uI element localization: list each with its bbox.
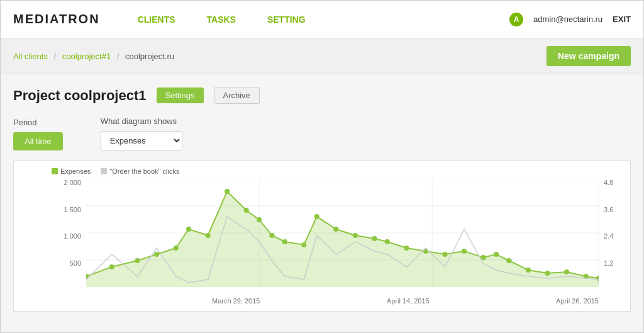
- breadcrumb-bar: All clients / coolproject#1 / coolprojec…: [1, 38, 643, 74]
- svg-point-11: [135, 258, 140, 263]
- svg-point-33: [506, 258, 511, 263]
- user-email: admin@nectarin.ru: [533, 14, 602, 24]
- header-right: A admin@nectarin.ru EXIT: [509, 13, 631, 26]
- svg-point-31: [481, 255, 486, 260]
- svg-point-17: [244, 208, 249, 213]
- nav-tasks[interactable]: TASKS: [207, 11, 236, 28]
- svg-point-24: [353, 233, 358, 238]
- legend-green: Expenses: [52, 167, 91, 175]
- svg-point-16: [225, 189, 230, 194]
- legend-green-dot: [52, 168, 58, 174]
- svg-point-32: [494, 252, 499, 257]
- svg-point-10: [109, 264, 114, 269]
- y-left-2000: 2 000: [64, 179, 81, 186]
- svg-point-27: [404, 246, 409, 251]
- svg-point-36: [564, 269, 569, 274]
- user-avatar: A: [509, 13, 523, 26]
- y-left-1500: 1 500: [64, 206, 81, 213]
- svg-point-34: [526, 268, 531, 273]
- svg-point-20: [282, 239, 287, 244]
- legend-green-label: Expenses: [60, 167, 91, 175]
- svg-point-26: [385, 239, 390, 244]
- svg-point-25: [372, 236, 377, 241]
- breadcrumb: All clients / coolproject#1 / coolprojec…: [13, 52, 174, 61]
- chart-area: 2 000 1 500 1 000 500 4.8 3.6 2.4 1.2: [52, 179, 624, 305]
- svg-point-18: [257, 217, 262, 222]
- all-time-button[interactable]: All time: [13, 132, 63, 150]
- main-nav: CLIENTS TASKS SETTING: [138, 11, 509, 28]
- breadcrumb-sep1: /: [54, 52, 57, 61]
- svg-point-35: [545, 271, 550, 276]
- x-axis: March 29, 2015 April 14, 2015 April 26, …: [86, 297, 599, 305]
- breadcrumb-project-link[interactable]: coolproject#1: [62, 52, 111, 61]
- legend-gray-label: "Order the book" clicks: [109, 167, 179, 175]
- chart-legend: Expenses "Order the book" clicks: [52, 167, 624, 175]
- y-left-1000: 1 000: [64, 232, 81, 240]
- svg-point-12: [154, 252, 159, 257]
- svg-point-13: [174, 246, 179, 251]
- y-axis-left: 2 000 1 500 1 000 500: [52, 179, 86, 286]
- svg-point-14: [186, 227, 191, 232]
- new-campaign-button[interactable]: New campaign: [547, 46, 631, 66]
- exit-link[interactable]: EXIT: [613, 14, 631, 24]
- diagram-group: What diagram shows Expenses Clicks Impre…: [101, 116, 182, 150]
- svg-point-23: [333, 227, 338, 232]
- period-label: Period: [13, 118, 63, 127]
- x-label-april14: April 14, 2015: [387, 297, 430, 305]
- settings-button[interactable]: Settings: [157, 87, 204, 103]
- y-left-500: 500: [70, 259, 81, 267]
- legend-gray: "Order the book" clicks: [101, 167, 179, 175]
- y-right-24: 2.4: [604, 232, 613, 240]
- breadcrumb-all-clients[interactable]: All clients: [13, 52, 48, 61]
- diagram-label: What diagram shows: [101, 116, 182, 126]
- x-label-april26: April 26, 2015: [556, 297, 599, 305]
- nav-clients[interactable]: CLIENTS: [138, 11, 175, 28]
- breadcrumb-sep2: /: [117, 52, 119, 61]
- breadcrumb-current: coolproject.ru: [125, 52, 174, 61]
- legend-gray-dot: [101, 168, 107, 174]
- y-right-36: 3.6: [604, 206, 613, 213]
- y-right-48: 4.8: [604, 179, 613, 186]
- nav-setting[interactable]: SETTING: [267, 11, 306, 28]
- y-axis-right: 4.8 3.6 2.4 1.2: [599, 179, 624, 286]
- y-right-12: 1.2: [604, 259, 613, 267]
- svg-point-19: [269, 233, 274, 238]
- svg-point-15: [205, 233, 210, 238]
- period-group: Period All time: [13, 118, 63, 150]
- x-label-march: March 29, 2015: [212, 297, 260, 305]
- chart-container: Expenses "Order the book" clicks 2 000 1…: [13, 161, 631, 312]
- svg-point-30: [462, 249, 467, 254]
- diagram-select[interactable]: Expenses Clicks Impressions: [101, 131, 182, 150]
- svg-point-29: [442, 252, 447, 257]
- project-title: Project coolproject1: [13, 87, 147, 104]
- chart-svg: [86, 179, 599, 287]
- svg-point-21: [301, 242, 306, 247]
- svg-point-22: [314, 214, 319, 219]
- archive-button[interactable]: Archive: [214, 87, 260, 104]
- project-header: Project coolproject1 Settings Archive: [13, 87, 631, 104]
- logo: MEDIATRON: [13, 12, 100, 26]
- controls-area: Period All time What diagram shows Expen…: [13, 116, 631, 150]
